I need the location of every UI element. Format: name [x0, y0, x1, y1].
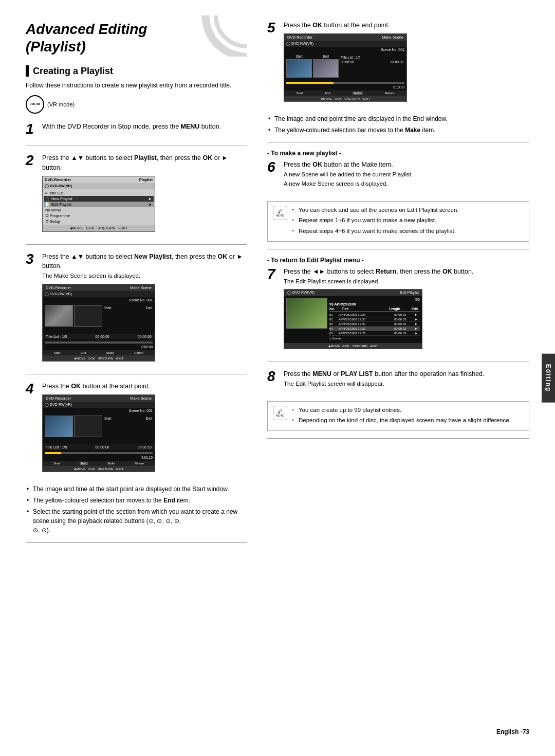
- step-2-content: Press the ▲▼ buttons to select Playlist,…: [42, 153, 247, 235]
- vr-mode-label: (VR mode): [47, 101, 75, 107]
- right-column: 5 Press the OK button at the end point. …: [267, 21, 529, 723]
- edit-playlist-row-4: 04 APR/25/2006 12:30 00:00:03 ►: [329, 327, 420, 331]
- note-6-3: Repeat steps 4~6 if you want to make sce…: [292, 227, 459, 236]
- step-7: 7 Press the ◄► buttons to select Return,…: [267, 267, 529, 353]
- step-5-number: 5: [267, 21, 279, 35]
- note-icon-step8: 🖊 NOTE: [273, 406, 287, 420]
- playlist-screen: DVD-Recorder Playlist ◯ DVD-RW(VR) ≡ Tit…: [42, 176, 155, 232]
- step-1-content: With the DVD Recorder in Stop mode, pres…: [42, 122, 247, 135]
- edit-playlist-list-header: No. Title Length Edit: [329, 307, 420, 312]
- thumb-dark-2: [74, 416, 102, 437]
- make-scene-screen-end: DVD-Recorder Make Scene ◯ DVD-RW(VR) Sce…: [284, 33, 407, 102]
- make-scene-screen-2: DVD-Recorder Make Scene ◯ DVD-RW(VR) Sce…: [42, 394, 155, 472]
- step-3-text: Press the ▲▼ buttons to select New Playl…: [42, 252, 247, 281]
- step-8-text: Press the MENU or PLAY LIST button after…: [284, 369, 529, 389]
- step-7-number: 7: [267, 267, 279, 281]
- edit-playlist-row-5: 05 APR/25/2006 12:30 00:00:03 ►: [329, 331, 420, 336]
- make-scene-screen-1: DVD-Recorder Make Scene ◯ DVD-RW(VR) Sce…: [42, 284, 155, 362]
- bullet-5-1: The image and end point time are display…: [267, 114, 529, 123]
- step-1-number: 1: [26, 122, 37, 136]
- note-box-step6: 🖊 NOTE You can check and see all the sce…: [267, 201, 529, 242]
- step-6-content: Press the OK button at the Make item. A …: [284, 160, 529, 192]
- note-8-2: Depending on the kind of disc, the displ…: [292, 416, 511, 425]
- sub-heading-step7: - To return to Edit Playlist menu -: [267, 257, 529, 264]
- step-6-number: 6: [267, 160, 279, 174]
- step-4-number: 4: [26, 382, 37, 396]
- edit-playlist-nav: ◈MOVE ⊙OK ↺RETURN ▪EXIT: [284, 343, 422, 349]
- thumb-water: [45, 416, 73, 437]
- playlist-screen-footer: ◈MOVE ⊙OK ↺RETURN ▪EXIT: [43, 225, 155, 231]
- divider-4: [26, 542, 247, 543]
- edit-playlist-row-3: 03 APR/25/2006 12:30 00:00:03 ►: [329, 322, 420, 327]
- step-3-number: 3: [26, 252, 37, 266]
- step-2-text: Press the ▲▼ buttons to select Playlist,…: [42, 153, 247, 173]
- make-scene-nav-end: ◈MOVE ⊙OK ↺RETURN ▪EXIT: [284, 96, 406, 101]
- step-7-text: Press the ◄► buttons to select Return, t…: [284, 267, 529, 286]
- intro-text: Follow these instructions to create a ne…: [26, 81, 247, 90]
- make-scene-bottom-end: Start End Make Return: [284, 91, 406, 96]
- make-scene-header-end: DVD-Recorder Make Scene: [284, 34, 406, 41]
- edit-playlist-body: 5/5 99 APR/25/2006 No. Title Length Edit…: [284, 296, 422, 343]
- note-8-1: You can create up to 99 playlist entries…: [292, 406, 511, 415]
- edit-playlist-list: 5/5 99 APR/25/2006 No. Title Length Edit…: [329, 298, 420, 341]
- step-3-content: Press the ▲▼ buttons to select New Playl…: [42, 252, 247, 365]
- note-6-2: Repeat steps 1~6 if you want to make a n…: [292, 216, 459, 225]
- thumb-dark: [74, 305, 102, 327]
- bullet-4-1: The image and time at the start point ar…: [26, 484, 247, 494]
- note-content-step8: You can create up to 99 playlist entries…: [292, 406, 511, 427]
- menu-item-editplaylist: 📝 Edit Playlist ►: [44, 202, 154, 207]
- step-2-number: 2: [26, 153, 37, 168]
- step-6: 6 Press the OK button at the Make item. …: [267, 160, 529, 192]
- edit-playlist-row-1: 01 APR/25/2006 12:30 00:00:03 ►: [329, 313, 420, 317]
- step-7-content: Press the ◄► buttons to select Return, t…: [284, 267, 529, 353]
- dvd-badge-container: DVD-RW (VR mode): [26, 95, 247, 114]
- side-tab-editing: Editing: [542, 354, 555, 403]
- step-8-content: Press the MENU or PLAY LIST button after…: [284, 369, 529, 392]
- left-column: Advanced Editing (Playlist) Creating a P…: [26, 21, 247, 723]
- sub-heading-step6: - To make a new playlist -: [267, 150, 529, 157]
- make-scene-body-1: Start End: [43, 303, 155, 334]
- note-content-step6: You can check and see all the scenes on …: [292, 206, 459, 237]
- section-heading: Creating a Playlist: [26, 65, 247, 77]
- menu-item-newplaylist: 🎵 New Playlist ►: [44, 196, 154, 202]
- bullet-4-2: The yellow-coloured selection bar moves …: [26, 496, 247, 505]
- step-3: 3 Press the ▲▼ buttons to select New Pla…: [26, 252, 247, 365]
- make-scene-body-2: Start End: [43, 413, 155, 444]
- make-scene-bottom-1: Start End Make Return: [43, 350, 155, 355]
- menu-item-setup: ⚙ Setup: [44, 219, 154, 224]
- step-4-text: Press the OK button at the start point.: [42, 382, 247, 391]
- step-2: 2 Press the ▲▼ buttons to select Playlis…: [26, 153, 247, 235]
- divider-7: [267, 362, 529, 362]
- make-scene-nav-1: ◈MOVE ⊙OK ↺RETURN ▪EXIT: [43, 355, 155, 361]
- divider-2: [26, 244, 247, 245]
- svg-point-1: [216, 15, 247, 46]
- dvd-badge: DVD-RW: [26, 95, 44, 114]
- menu-item-nomenu: No Menu: [44, 207, 154, 213]
- bullet-4-3: Select the starting point of the section…: [26, 507, 247, 535]
- bullet-5-2: The yellow-coloured selection bar moves …: [267, 125, 529, 135]
- edit-playlist-scene-count: 1 Scene: [329, 336, 420, 341]
- note-icon-step6: 🖊 NOTE: [273, 206, 287, 220]
- step-1: 1 With the DVD Recorder in Stop mode, pr…: [26, 122, 247, 136]
- menu-item-programme: ⚙ Programme: [44, 213, 154, 219]
- step-8: 8 Press the MENU or PLAY LIST button aft…: [267, 369, 529, 392]
- divider-5: [267, 142, 529, 142]
- divider-1: [26, 146, 247, 146]
- make-scene-nav-2: ◈MOVE ⊙OK ↺RETURN ▪EXIT: [43, 466, 155, 472]
- step-4-bullets: The image and time at the start point ar…: [26, 484, 247, 535]
- step-5-bullets: The image and end point time are display…: [267, 114, 529, 135]
- edit-playlist-header: ◯ DVD-RW(VR) Edit Playlist: [284, 290, 422, 296]
- step-4: 4 Press the OK button at the start point…: [26, 382, 247, 475]
- title-area: Advanced Editing (Playlist): [26, 21, 247, 55]
- menu-item-titlelist: ≡ Title List: [44, 190, 154, 196]
- step-5: 5 Press the OK button at the end point. …: [267, 21, 529, 105]
- edit-playlist-screen: ◯ DVD-RW(VR) Edit Playlist 5/5 99 APR/25…: [284, 289, 422, 349]
- divider-6: [267, 249, 529, 249]
- edit-playlist-thumb: [286, 298, 327, 329]
- step-6-text: Press the OK button at the Make item. A …: [284, 160, 529, 189]
- step-5-content: Press the OK button at the end point. DV…: [284, 21, 529, 105]
- page-number: English -73: [496, 728, 529, 735]
- end-screen-thumb-end: [313, 59, 339, 78]
- note-6-1: You can check and see all the scenes on …: [292, 206, 459, 214]
- end-screen-thumb-start: [286, 59, 312, 78]
